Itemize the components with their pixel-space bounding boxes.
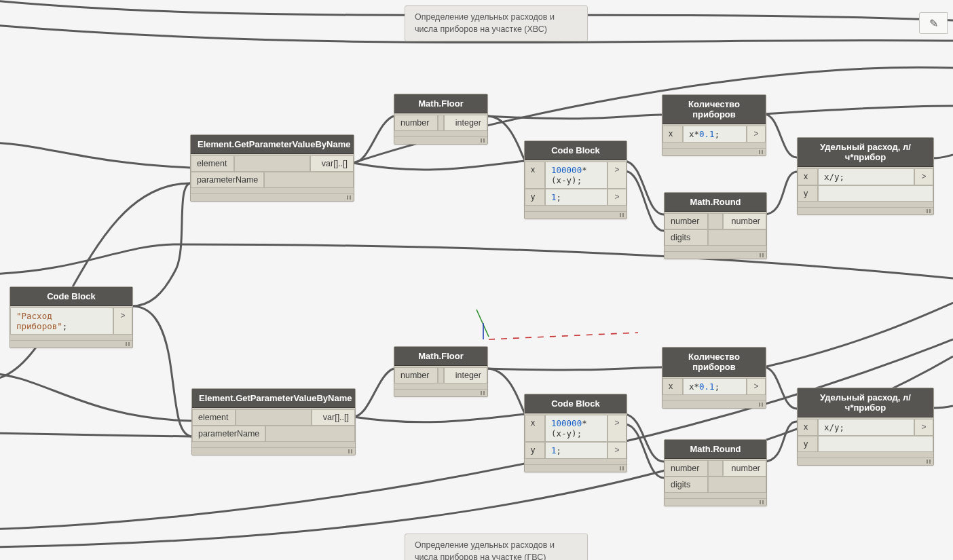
input-port-number[interactable]: number (665, 460, 708, 477)
node-mathfloor-lower[interactable]: Math.Floor number integer (394, 346, 488, 397)
output-port-1[interactable]: > (608, 162, 627, 189)
node-title: Element.GetParameterValueByName (191, 135, 354, 154)
output-port-var[interactable]: var[]..[] (312, 409, 355, 426)
input-port-element[interactable]: element (192, 409, 236, 426)
node-mathround-upper[interactable]: Math.Round number number digits (664, 192, 767, 259)
input-port-x[interactable]: x (662, 126, 683, 143)
input-port-y[interactable]: y (525, 189, 545, 206)
output-port[interactable]: > (747, 126, 766, 143)
output-port[interactable]: > (747, 378, 766, 395)
input-port-number[interactable]: number (394, 115, 438, 131)
node-title: Code Block (525, 141, 627, 160)
input-port-digits[interactable]: digits (665, 229, 708, 246)
node-title: Math.Round (665, 440, 766, 459)
node-ud-upper[interactable]: Удельный расход, л/ч*прибор x x/y; > y (797, 137, 934, 215)
code-text: x/y; (818, 168, 914, 185)
input-port-x[interactable]: x (525, 415, 545, 442)
input-port-y[interactable]: y (798, 185, 818, 202)
code-text: x/y; (818, 419, 914, 436)
input-port-y[interactable]: y (798, 436, 818, 452)
node-title: Math.Round (665, 193, 766, 212)
node-count-lower[interactable]: Количество приборов x x*0.1; > (662, 347, 766, 409)
node-title: Code Block (10, 287, 132, 306)
input-port-element[interactable]: element (191, 155, 234, 172)
output-port-1[interactable]: > (608, 415, 627, 442)
input-port-x[interactable]: x (798, 419, 818, 436)
input-port-x[interactable]: x (662, 378, 683, 395)
output-port-integer[interactable]: integer (444, 115, 487, 131)
node-title: Удельный расход, л/ч*прибор (798, 138, 933, 167)
input-port-paramname[interactable]: parameterName (192, 426, 265, 442)
node-code-block-left[interactable]: Code Block "Расход приборов"; > (10, 286, 133, 348)
input-port-digits[interactable]: digits (665, 477, 708, 493)
note-gvc: Определение удельных расходов и числа пр… (405, 534, 588, 560)
node-getparam-lower[interactable]: Element.GetParameterValueByName element … (191, 388, 356, 455)
node-mathfloor-upper[interactable]: Math.Floor number integer (394, 94, 488, 145)
input-port-paramname[interactable]: parameterName (191, 172, 264, 188)
node-title: Количество приборов (662, 348, 766, 377)
node-title: Math.Floor (394, 94, 487, 113)
output-port-var[interactable]: var[]..[] (310, 155, 354, 172)
node-codeblock-mid-upper[interactable]: Code Block x 100000*(x-y); > y 1; > (524, 141, 627, 219)
input-port-number[interactable]: number (394, 367, 438, 384)
node-title: Math.Floor (394, 347, 487, 366)
node-codeblock-mid-lower[interactable]: Code Block x 100000*(x-y); > y 1; > (524, 394, 627, 472)
toolbar-corner[interactable]: ✎ (919, 12, 948, 34)
pencil-icon: ✎ (929, 17, 938, 30)
output-port-number[interactable]: number (723, 460, 766, 477)
node-title: Element.GetParameterValueByName (192, 389, 355, 408)
node-ud-lower[interactable]: Удельный расход, л/ч*прибор x x/y; > y (797, 388, 934, 466)
node-title: Code Block (525, 394, 627, 413)
output-port-number[interactable]: number (723, 213, 766, 229)
node-mathround-lower[interactable]: Math.Round number number digits (664, 439, 767, 506)
output-port-integer[interactable]: integer (444, 367, 487, 384)
node-getparam-upper[interactable]: Element.GetParameterValueByName element … (190, 134, 354, 202)
input-port-number[interactable]: number (665, 213, 708, 229)
code-text: "Расход приборов" (16, 311, 62, 331)
input-port-x[interactable]: x (798, 168, 818, 185)
wires-layer (0, 0, 953, 560)
output-port[interactable]: > (914, 168, 933, 185)
output-port-2[interactable]: > (608, 442, 627, 459)
node-count-upper[interactable]: Количество приборов x x*0.1; > (662, 94, 766, 156)
note-xbc: Определение удельных расходов и числа пр… (405, 5, 588, 41)
node-title: Удельный расход, л/ч*прибор (798, 388, 933, 417)
input-port-x[interactable]: x (525, 162, 545, 189)
output-port[interactable]: > (914, 419, 933, 436)
node-title: Количество приборов (662, 95, 766, 124)
output-port[interactable]: > (113, 307, 132, 335)
input-port-y[interactable]: y (525, 442, 545, 459)
output-port-2[interactable]: > (608, 189, 627, 206)
